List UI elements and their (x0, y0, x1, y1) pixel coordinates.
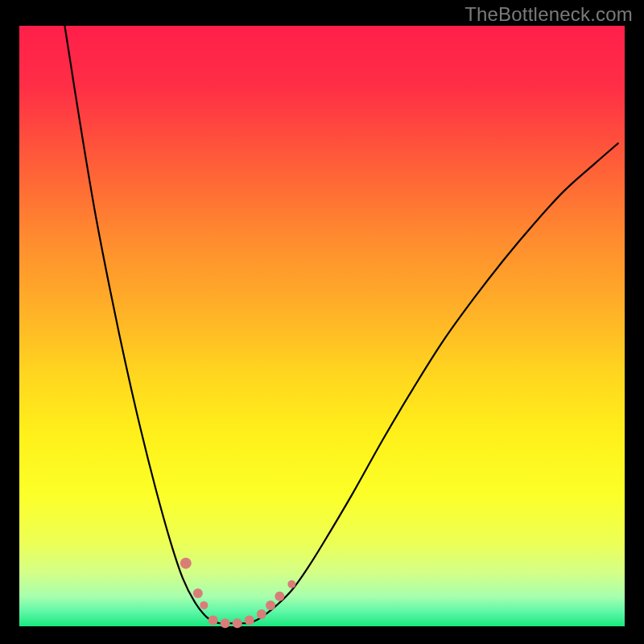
data-marker (287, 580, 295, 588)
data-marker (208, 616, 218, 625)
data-marker (200, 601, 208, 609)
data-marker (257, 609, 266, 619)
data-marker (245, 616, 254, 625)
chart-gradient-background (19, 26, 625, 626)
bottleneck-chart (0, 0, 644, 644)
data-marker (266, 601, 275, 610)
data-marker (193, 588, 203, 598)
data-marker (275, 592, 284, 601)
data-marker (180, 558, 192, 569)
data-marker (233, 618, 242, 628)
watermark-text: TheBottleneck.com (464, 3, 633, 26)
data-marker (221, 618, 230, 628)
